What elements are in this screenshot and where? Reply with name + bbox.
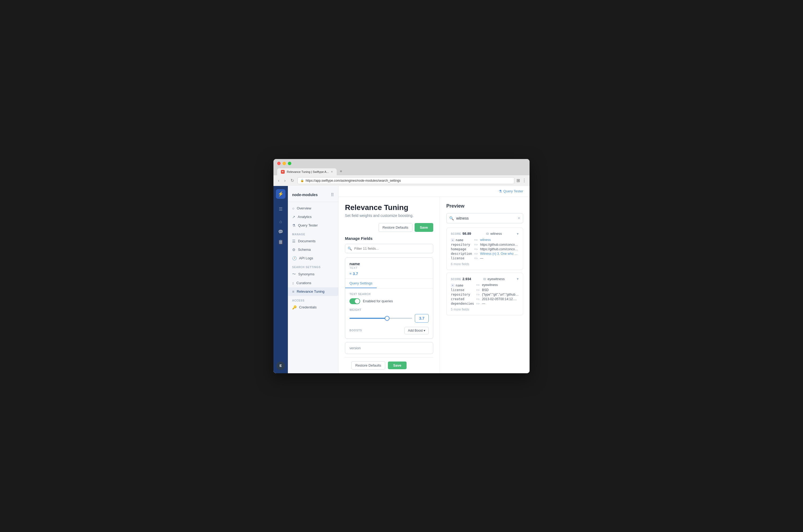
score-label-0: SCORE [451, 232, 461, 235]
sidebar-relevance-tuning-label: Relevance Tuning [297, 289, 324, 293]
credentials-icon: 🔑 [292, 305, 297, 309]
grid-icon[interactable]: ⠿ [331, 192, 334, 197]
field-value-1-2: {"type":"git","url":"github.co... [482, 293, 519, 297]
text-search-label: TEXT SEARCH [349, 293, 429, 296]
tab-close-button[interactable]: × [331, 170, 333, 174]
sidebar-item-credentials[interactable]: 🔑 Credentials [288, 303, 338, 311]
main-content: ⚗ Query Tester Relevance Tuning Set fiel… [339, 186, 530, 373]
field-small-icon-1-0: ≡ [451, 284, 455, 287]
sidebar-item-api-logs[interactable]: 🕐 API Logs [288, 254, 338, 263]
field-tab-query-settings[interactable]: Query Settings [345, 279, 377, 288]
preview-title: Preview [446, 203, 523, 209]
top-actions: Restore Defaults Save [345, 223, 433, 232]
active-tab[interactable]: R Relevance Tuning | Swiftype A... × [277, 168, 337, 175]
user-avatar[interactable]: E [276, 362, 285, 370]
field-value-1-3: 2013-02-05T00:14:12.183Z [482, 297, 519, 301]
field-key-1-1: license [451, 288, 474, 292]
field-key-1-3: created [451, 297, 474, 301]
result-more-fields-0[interactable]: 6 more fields [451, 262, 519, 266]
query-tester-icon: ⚗ [292, 223, 295, 228]
result-header-0: SCORE 98.89 ID witness ▾ [451, 232, 519, 236]
add-boost-button[interactable]: Add Boost ▾ [404, 327, 429, 334]
maximize-dot[interactable] [288, 162, 291, 165]
sidebar-item-analytics[interactable]: ↗ Analytics [288, 213, 338, 221]
logo-icon: ⚡ [278, 191, 284, 197]
forward-button[interactable]: › [283, 178, 287, 184]
result-more-fields-1[interactable]: 5 more fields [451, 308, 519, 311]
field-value-1-0: eyewitness [482, 283, 519, 287]
save-button[interactable]: Save [388, 362, 406, 369]
field-arrow-0-1: => [474, 243, 478, 246]
toggle-label: Enabled for queries [363, 299, 393, 303]
field-arrow-0-3: => [474, 252, 478, 255]
field-arrow-1-0: => [476, 283, 480, 287]
weight-slider[interactable] [349, 318, 412, 319]
access-section-label: Access [288, 296, 338, 303]
id-group-0: ID witness [486, 232, 502, 235]
field-value-0-1: https://github.com/concord... [480, 243, 519, 247]
field-key-0-4: license [451, 256, 472, 260]
new-tab-button[interactable]: + [337, 167, 345, 175]
extensions-button[interactable]: ⊞ [516, 178, 520, 183]
url-bar[interactable]: 🔒 https://app.swiftype.com/as/engines/no… [298, 177, 514, 184]
field-small-icon-0-0: ≡ [451, 238, 455, 242]
browser-toolbar: ‹ › ↻ 🔒 https://app.swiftype.com/as/engi… [273, 175, 530, 186]
query-tester-link-label: Query Tester [503, 189, 523, 193]
sidebar-item-schema[interactable]: ⚙ Schema [288, 245, 338, 254]
text-search-toggle[interactable] [349, 298, 360, 304]
hamburger-menu-button[interactable]: ☰ [276, 205, 285, 213]
sidebar-dark: ⚡ ☰ ⌂ 💬 📋 E [273, 186, 288, 373]
header-restore-defaults-button[interactable]: Restore Defaults [379, 223, 413, 232]
sidebar-item-query-tester[interactable]: ⚗ Query Tester [288, 221, 338, 230]
curations-icon: ↕ [292, 281, 294, 285]
browser-tabs: R Relevance Tuning | Swiftype A... × + [277, 167, 526, 175]
app-logo[interactable]: ⚡ [276, 189, 285, 199]
id-group-1: ID eyewitness [483, 277, 505, 281]
id-value-0: witness [490, 232, 502, 235]
result-fields-1: ≡ name => eyewitness license => BSD repo… [451, 283, 519, 305]
field-arrow-1-1: => [476, 288, 480, 291]
filter-input[interactable] [345, 244, 433, 253]
sidebar-nav: node-modules ⠿ ○ Overview ↗ Analytics ⚗ … [288, 186, 339, 373]
result-expand-button-0[interactable]: ▾ [517, 232, 519, 236]
query-tester-link[interactable]: ⚗ Query Tester [499, 189, 523, 193]
schema-icon: ⚙ [292, 248, 295, 252]
sidebar-overview-label: Overview [297, 206, 311, 210]
chat-icon[interactable]: 💬 [276, 228, 285, 236]
lock-icon: 🔒 [300, 179, 304, 182]
field-tabs: Query Settings [345, 279, 433, 288]
browser-dots [277, 162, 526, 165]
result-fields-0: ≡ name => witness repository => https://… [451, 238, 519, 260]
manage-section-label: Manage [288, 230, 338, 237]
field-arrow-1-4: => [476, 302, 480, 305]
field-card-name: name TEXT ≡ 3.7 Query Settings [345, 258, 433, 339]
sidebar-item-curations[interactable]: ↕ Curations [288, 279, 338, 287]
preview-search-input[interactable] [446, 213, 523, 223]
sidebar-item-synonyms[interactable]: 〜 Synonyms [288, 270, 338, 279]
preview-clear-button[interactable]: × [518, 216, 520, 221]
sidebar-item-overview[interactable]: ○ Overview [288, 204, 338, 213]
field-card-header: name TEXT ≡ 3.7 [345, 258, 433, 279]
book-icon[interactable]: 📋 [276, 238, 285, 246]
restore-defaults-button[interactable]: Restore Defaults [351, 361, 385, 369]
filter-input-wrap: 🔍 [345, 244, 433, 253]
sidebar-api-logs-label: API Logs [299, 256, 313, 260]
manage-fields-title: Manage Fields [345, 236, 433, 241]
back-button[interactable]: ‹ [276, 178, 281, 184]
reload-button[interactable]: ↻ [289, 177, 295, 184]
header-save-button[interactable]: Save [415, 223, 433, 232]
weight-label: WEIGHT [349, 308, 429, 311]
sidebar-item-documents[interactable]: ☰ Documents [288, 237, 338, 245]
content-area: Relevance Tuning Set field weights and c… [339, 197, 530, 373]
sidebar-item-relevance-tuning[interactable]: ≡ Relevance Tuning [288, 287, 338, 296]
minimize-dot[interactable] [283, 162, 286, 165]
close-dot[interactable] [277, 162, 281, 165]
home-icon[interactable]: ⌂ [276, 217, 285, 226]
menu-button[interactable]: ⋮ [522, 178, 527, 183]
id-label-0: ID [486, 232, 489, 235]
result-expand-button-1[interactable]: ▾ [517, 277, 519, 281]
sidebar-curations-label: Curations [297, 281, 311, 285]
result-card-0: SCORE 98.89 ID witness ▾ ≡ [446, 228, 523, 270]
field-key-1-2: repository [451, 293, 474, 297]
sidebar-synonyms-label: Synonyms [298, 272, 314, 276]
